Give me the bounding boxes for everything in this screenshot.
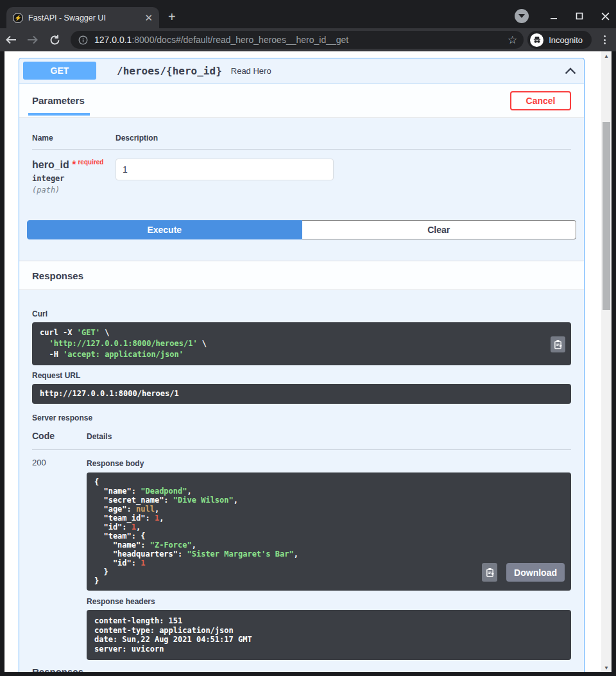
copy-curl-button[interactable] [551, 336, 565, 352]
new-tab-button[interactable]: + [168, 10, 176, 23]
minimize-button[interactable] [549, 12, 558, 21]
opblock-summary[interactable]: GET /heroes/{hero_id} Read Hero [19, 58, 584, 83]
tab-title: FastAPI - Swagger UI [28, 13, 139, 22]
parameter-name: hero_id *required [32, 159, 116, 171]
request-url-value: http://127.0.0.1:8000/heroes/1 [32, 384, 571, 404]
browser-tab[interactable]: ⚡ FastAPI - Swagger UI ✕ [6, 7, 159, 28]
response-headers-value: content-length: 151content-type: applica… [87, 610, 571, 660]
endpoint-path: /heroes/{hero_id} [117, 65, 222, 77]
parameter-type: integer [32, 174, 116, 183]
responses-title: Responses [32, 270, 83, 281]
parameters-section-header: Parameters Cancel [19, 83, 584, 118]
server-response-table-header: Code Details [32, 431, 571, 450]
cancel-button[interactable]: Cancel [510, 91, 571, 110]
fastapi-favicon-icon: ⚡ [13, 13, 23, 23]
documented-responses-title: Responses [32, 666, 571, 672]
parameter-row-hero-id: hero_id *required integer (path) [32, 150, 571, 220]
endpoint-summary: Read Hero [231, 66, 271, 76]
scrollbar-thumb[interactable] [603, 122, 610, 310]
copy-response-button[interactable] [482, 563, 497, 582]
curl-command: curl -X 'GET' \ 'http://127.0.0.1:8000/h… [32, 322, 571, 365]
parameters-table: Name Description hero_id *required integ… [19, 118, 584, 220]
server-response-label: Server response [32, 413, 571, 422]
execute-button-group: Execute Clear [27, 220, 576, 239]
clear-button[interactable]: Clear [302, 220, 577, 239]
responses-section-header: Responses [19, 261, 584, 290]
maximize-button[interactable] [575, 12, 584, 21]
url-bar[interactable]: 127.0.0.1:8000/docs#/default/read_hero_h… [71, 31, 524, 49]
responses-body: Curl curl -X 'GET' \ 'http://127.0.0.1:8… [19, 290, 584, 672]
browser-menu-icon[interactable] [597, 35, 612, 44]
server-response-row: 200 Response body { "name": "Deadpond", … [32, 450, 571, 660]
reload-button[interactable] [44, 30, 65, 49]
request-url-label: Request URL [32, 371, 571, 380]
incognito-label: Incognito [549, 35, 583, 45]
page-scrollbar[interactable]: ▲ ▼ [601, 51, 612, 672]
response-body-label: Response body [87, 459, 571, 468]
parameters-tab-indicator [28, 113, 90, 116]
page: GET /heroes/{hero_id} Read Hero Paramete… [4, 51, 612, 672]
incognito-badge: Incognito [527, 31, 592, 49]
execute-button[interactable]: Execute [27, 220, 302, 239]
scroll-up-icon[interactable]: ▲ [601, 51, 612, 60]
download-button[interactable]: Download [506, 563, 565, 582]
hero-id-input[interactable] [116, 159, 334, 180]
response-headers-label: Response headers [87, 597, 571, 606]
forward-button[interactable] [22, 30, 44, 49]
status-code: 200 [32, 458, 87, 660]
browser-toolbar: 127.0.0.1:8000/docs#/default/read_hero_h… [0, 28, 616, 51]
opblock-get-heroes: GET /heroes/{hero_id} Read Hero Paramete… [19, 58, 585, 672]
back-button[interactable] [0, 30, 22, 49]
tab-close-icon[interactable]: ✕ [144, 13, 153, 22]
required-label: required [78, 159, 103, 166]
code-column-header: Code [32, 431, 87, 441]
parameters-title: Parameters [32, 95, 85, 106]
url-text: 127.0.0.1:8000/docs#/default/read_hero_h… [94, 35, 502, 45]
curl-label: Curl [32, 309, 571, 318]
details-column-header: Details [87, 432, 571, 441]
swagger-content: GET /heroes/{hero_id} Read Hero Paramete… [4, 51, 601, 672]
method-badge: GET [23, 62, 96, 80]
scroll-down-icon[interactable]: ▼ [601, 663, 612, 672]
page-info-icon[interactable] [78, 35, 88, 45]
collapse-chevron-icon[interactable] [565, 67, 576, 74]
column-header-name: Name [32, 134, 116, 143]
column-header-description: Description [116, 134, 571, 143]
bookmark-star-icon[interactable]: ☆ [508, 33, 517, 47]
tab-search-icon[interactable] [515, 9, 529, 23]
response-body-json: { "name": "Deadpond", "secret_name": "Di… [87, 472, 571, 591]
tab-strip: ⚡ FastAPI - Swagger UI ✕ + [0, 0, 616, 28]
close-window-button[interactable] [601, 12, 610, 21]
incognito-icon [530, 33, 543, 47]
parameter-location: (path) [32, 186, 116, 195]
